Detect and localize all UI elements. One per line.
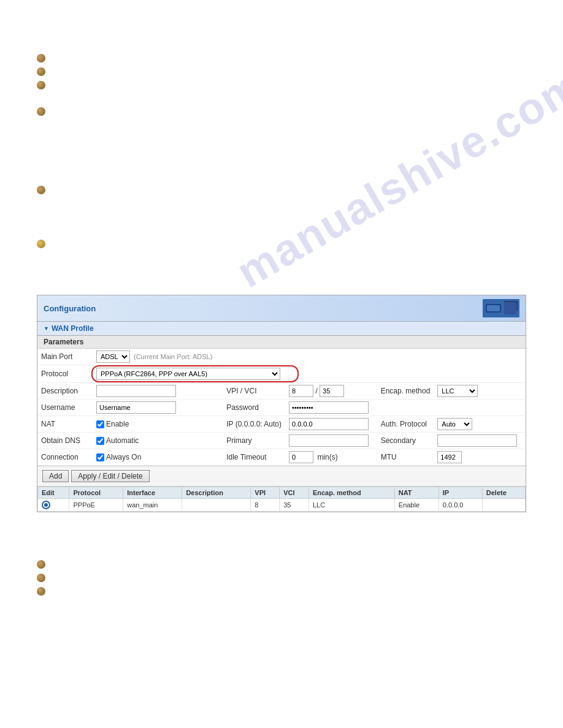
secondary-label: Secondary [377, 433, 434, 449]
wan-profile-title: WAN Profile [52, 324, 94, 333]
single-bullet-1 [37, 106, 526, 116]
top-bullet-group [0, 0, 563, 99]
password-label: Password [223, 400, 285, 416]
auth-protocol-label: Auth. Protocol [377, 416, 434, 433]
current-port-text: (Current Main Port: ADSL) [134, 353, 212, 360]
single-bullet-2 [37, 184, 526, 194]
mtu-input[interactable] [437, 451, 462, 463]
ip-input[interactable] [289, 418, 369, 430]
protocol-select[interactable]: PPPoA (RFC2864, PPP over AAL5) [96, 368, 280, 380]
idle-timeout-cell: min(s) [285, 449, 377, 466]
row-interface-cell: wan_main [123, 499, 182, 512]
primary-cell [285, 433, 377, 449]
ip-cell [285, 416, 377, 433]
secondary-input[interactable] [437, 434, 517, 447]
row-encap-cell: LLC [308, 499, 394, 512]
row-edit-radio[interactable] [42, 501, 50, 509]
col-nat: NAT [394, 487, 439, 499]
encap-method-cell: LLC VC-Mux [434, 383, 526, 400]
vci-input[interactable] [320, 385, 344, 397]
wan-profile-header[interactable]: WAN Profile [37, 322, 526, 336]
main-port-label: Main Port [37, 349, 93, 365]
primary-input[interactable] [289, 434, 369, 447]
password-input[interactable] [289, 401, 369, 414]
obtain-dns-row: Obtain DNS Automatic Primary Secondary [37, 433, 526, 449]
row-protocol-cell: PPPoE [69, 499, 123, 512]
single-bullet-section-1 [0, 99, 563, 126]
protocol-label: Protocol [37, 365, 93, 383]
row-ip-cell: 0.0.0.0 [439, 499, 482, 512]
secondary-cell [434, 433, 526, 449]
col-ip: IP [439, 487, 482, 499]
col-protocol: Protocol [69, 487, 123, 499]
username-input-cell [93, 400, 223, 416]
main-port-value-cell: ADSL (Current Main Port: ADSL) [93, 349, 223, 365]
col-vpi: VPI [251, 487, 280, 499]
bullet-dot-2 [37, 67, 45, 76]
data-table: Edit Protocol Interface Description VPI … [37, 487, 526, 512]
apply-edit-delete-button[interactable]: Apply / Edit / Delete [71, 470, 149, 482]
connection-row: Connection Always On Idle Timeout min(s)… [37, 449, 526, 466]
col-delete: Delete [482, 487, 525, 499]
parameters-header: Parameters [37, 336, 526, 349]
encap-method-select[interactable]: LLC VC-Mux [437, 385, 478, 397]
description-label: Description [37, 383, 93, 400]
vpi-vci-cell: / [285, 383, 377, 400]
bottom-bullet-2 [37, 572, 526, 582]
nat-enable-text: Enable [106, 420, 129, 428]
config-header: Configuration [37, 295, 526, 322]
auth-protocol-select[interactable]: Auto PAP CHAP [437, 418, 472, 430]
obtain-dns-auto-text: Automatic [106, 436, 139, 445]
bullet-dot-1 [37, 54, 45, 63]
ip-label: IP (0.0.0.0: Auto) [223, 416, 285, 433]
config-header-icon [483, 299, 519, 317]
col-encap: Encap. method [308, 487, 394, 499]
row-delete-cell [482, 499, 525, 512]
bottom-bullet-dot-1 [37, 560, 45, 569]
password-cell [285, 400, 526, 416]
main-port-select[interactable]: ADSL [96, 351, 130, 363]
col-edit: Edit [38, 487, 69, 499]
vpi-input[interactable] [289, 385, 313, 397]
mtu-cell [434, 449, 526, 466]
description-input[interactable] [96, 385, 176, 397]
username-input[interactable] [96, 401, 176, 414]
description-input-cell [93, 383, 223, 400]
vpi-vci-separator: / [315, 387, 320, 395]
bullet-item-2 [37, 66, 526, 76]
col-vci: VCI [280, 487, 309, 499]
idle-timeout-input[interactable] [289, 451, 313, 463]
add-button[interactable]: Add [42, 470, 69, 482]
nat-row: NAT Enable IP (0.0.0.0: Auto) Auth. Prot… [37, 416, 526, 433]
table-row: PPPoE wan_main 8 35 LLC Enable 0.0.0.0 [38, 499, 526, 512]
bullet-item-1 [37, 53, 526, 63]
svg-rect-1 [504, 301, 518, 311]
svg-rect-2 [506, 303, 516, 309]
idle-timeout-unit: min(s) [317, 453, 337, 461]
action-row: Add Apply / Edit / Delete [37, 466, 526, 487]
single-bullet-dot-2 [37, 186, 45, 194]
username-label: Username [37, 400, 93, 416]
bottom-bullet-3 [37, 586, 526, 596]
row-nat-cell: Enable [394, 499, 439, 512]
single-bullet-dot-1 [37, 107, 45, 116]
obtain-dns-checkbox[interactable] [96, 437, 104, 445]
obtain-dns-cell: Automatic [93, 433, 223, 449]
connection-checkbox[interactable] [96, 453, 104, 461]
configuration-panel: Configuration WAN Profile Parameters Mai… [37, 295, 526, 512]
row-description-cell [182, 499, 251, 512]
bottom-bullet-dot-3 [37, 587, 45, 596]
bullet-item-3 [37, 80, 526, 89]
nat-label: NAT [37, 416, 93, 433]
connection-label: Connection [37, 449, 93, 466]
col-interface: Interface [123, 487, 182, 499]
single-bullet-dot-3 [37, 240, 45, 248]
form-table: Main Port ADSL (Current Main Port: ADSL)… [37, 349, 526, 466]
bottom-bullet-group [0, 549, 563, 605]
protocol-value-cell: PPPoA (RFC2864, PPP over AAL5) [93, 365, 526, 383]
vpi-vci-label: VPI / VCI [223, 383, 285, 400]
nat-cell: Enable [93, 416, 223, 433]
protocol-row: Protocol PPPoA (RFC2864, PPP over AAL5) [37, 365, 526, 383]
nat-checkbox[interactable] [96, 420, 104, 428]
connection-always-on-text: Always On [106, 453, 141, 461]
